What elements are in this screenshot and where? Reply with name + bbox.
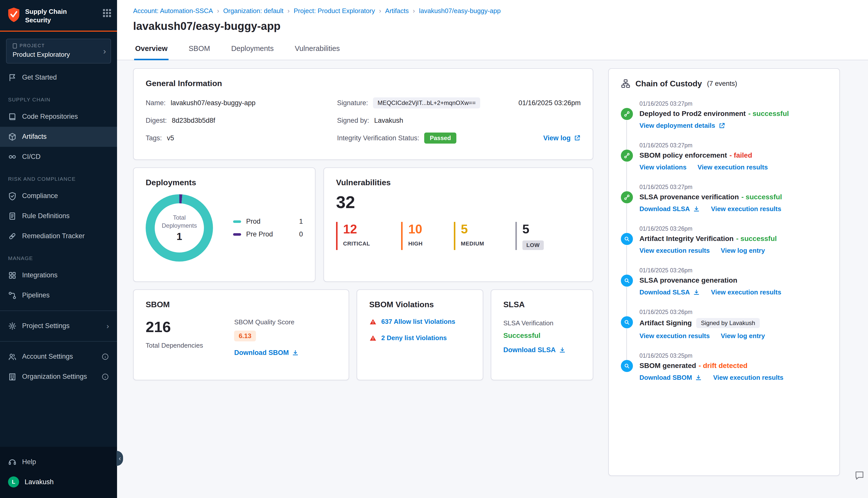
integrity-status-badge: Passed xyxy=(424,132,456,144)
sidebar-item-remediation-tracker[interactable]: Remediation Tracker xyxy=(0,226,117,246)
card-title: SBOM xyxy=(146,300,337,309)
slsa-verification-event-icon xyxy=(621,191,633,203)
sbom-card: SBOM 216 Total Dependencies SBOM Quality… xyxy=(133,289,349,380)
legend-item-pre-prod: Pre Prod 0 xyxy=(233,231,303,238)
sidebar-item-compliance[interactable]: Compliance xyxy=(0,186,117,206)
total-deployments-value: 1 xyxy=(177,231,182,242)
allow-list-violations-link[interactable]: 637 Allow list Violations xyxy=(381,318,455,326)
download-icon xyxy=(695,374,702,381)
tab-sbom[interactable]: SBOM xyxy=(187,40,211,60)
breadcrumb-account-link[interactable]: Account: Automation-SSCA xyxy=(133,7,213,15)
view-violations-link[interactable]: View violations xyxy=(639,163,686,171)
info-icon xyxy=(102,373,109,381)
event-status: - successful xyxy=(741,193,782,201)
app-title: Supply Chain Security xyxy=(25,7,99,25)
sidebar-item-integrations[interactable]: Integrations xyxy=(0,265,117,285)
sidebar-item-artifacts[interactable]: Artifacts xyxy=(0,127,117,147)
view-execution-results-link[interactable]: View execution results xyxy=(711,288,781,296)
download-slsa-link[interactable]: Download SLSA xyxy=(503,346,566,354)
sidebar-item-rule-definitions[interactable]: Rule Definitions xyxy=(0,206,117,226)
pipeline-icon xyxy=(8,291,16,300)
view-execution-results-link[interactable]: View execution results xyxy=(713,374,783,381)
document-icon xyxy=(8,212,16,220)
slsa-card: SLSA SLSA Verification Successful Downlo… xyxy=(491,289,593,380)
view-log-link[interactable]: View log xyxy=(543,134,581,142)
severity-breakdown: 12 CRITICAL 10 HIGH 5 MEDIUM 5 xyxy=(336,222,581,250)
integrity-verification-event-icon xyxy=(621,233,633,245)
signature-badge: MEQCICde2VjIT...bL+2+mqnOXw== xyxy=(373,97,480,108)
sidebar-section-risk-compliance: RISK AND COMPLIANCE xyxy=(0,167,117,186)
sidebar-item-help[interactable]: Help xyxy=(0,452,117,472)
flag-icon xyxy=(8,73,16,82)
breadcrumb-current-artifact[interactable]: lavakush07/easy-buggy-app xyxy=(419,7,501,15)
event-timestamp: 01/16/2025 03:26pm xyxy=(639,267,827,274)
sidebar: Supply Chain Security PROJECT Product Ex… xyxy=(0,0,117,498)
tab-deployments[interactable]: Deployments xyxy=(230,40,274,60)
view-log-entry-link[interactable]: View log entry xyxy=(721,247,765,254)
download-sbom-link[interactable]: Download SBOM xyxy=(234,349,299,357)
chevron-right-icon: › xyxy=(379,7,381,15)
custody-event: 01/16/2025 03:25pm SBOM generated - drif… xyxy=(621,352,827,394)
deployments-legend: Prod 1 Pre Prod 0 xyxy=(233,213,303,243)
view-execution-results-link[interactable]: View execution results xyxy=(639,247,710,254)
download-slsa-link[interactable]: Download SLSA xyxy=(639,288,700,296)
view-deployment-details-link[interactable]: View deployment details xyxy=(639,122,725,130)
user-avatar: L xyxy=(8,476,19,487)
repo-icon xyxy=(8,113,16,121)
deployment-event-icon xyxy=(621,108,633,120)
prod-swatch xyxy=(233,220,241,223)
card-title: General Information xyxy=(146,79,581,88)
sidebar-item-organization-settings[interactable]: Organization Settings xyxy=(0,367,117,387)
events-count: (7 events) xyxy=(707,80,737,88)
overview-left-column: General Information Name: lavakush07/eas… xyxy=(133,68,593,490)
help-chat-icon[interactable] xyxy=(854,470,865,483)
signature-date: 01/16/2025 03:26pm xyxy=(518,99,581,107)
user-name: Lavakush xyxy=(25,478,54,486)
breadcrumb-organization-link[interactable]: Organization: default xyxy=(223,7,284,15)
app-switcher-icon[interactable] xyxy=(103,9,111,17)
sidebar-item-code-repositories[interactable]: Code Repositories xyxy=(0,107,117,127)
download-sbom-link[interactable]: Download SBOM xyxy=(639,374,702,381)
slsa-generation-event-icon xyxy=(621,275,633,287)
sidebar-item-cicd[interactable]: CI/CD xyxy=(0,147,117,167)
sidebar-user[interactable]: L Lavakush xyxy=(0,472,117,492)
download-icon xyxy=(292,350,299,356)
sidebar-item-pipelines[interactable]: Pipelines xyxy=(0,285,117,305)
event-status: - failed xyxy=(730,152,752,159)
sidebar-header: Supply Chain Security xyxy=(0,0,117,31)
allow-list-violations-row: 637 Allow list Violations xyxy=(369,318,471,326)
event-timestamp: 01/16/2025 03:25pm xyxy=(639,352,827,359)
view-execution-results-link[interactable]: View execution results xyxy=(711,205,781,213)
download-slsa-link[interactable]: Download SLSA xyxy=(639,205,700,213)
project-name: Product Exploratory xyxy=(13,51,98,58)
view-log-entry-link[interactable]: View log entry xyxy=(721,332,765,340)
breadcrumb: Account: Automation-SSCA › Organization:… xyxy=(117,6,868,15)
project-selector[interactable]: PROJECT Product Exploratory › xyxy=(6,39,111,64)
tab-overview[interactable]: Overview xyxy=(134,40,169,60)
breadcrumb-project-link[interactable]: Project: Product Exploratory xyxy=(294,7,375,15)
chain-of-custody-icon xyxy=(621,79,631,88)
tab-vulnerabilities[interactable]: Vulnerabilities xyxy=(294,40,341,60)
signature-row: Signature: MEQCICde2VjIT...bL+2+mqnOXw==… xyxy=(337,97,581,109)
sidebar-item-account-settings[interactable]: Account Settings xyxy=(0,346,117,367)
name-row: Name: lavakush07/easy-buggy-app xyxy=(146,97,337,109)
card-title: Deployments xyxy=(146,178,303,187)
sidebar-item-project-settings[interactable]: Project Settings › xyxy=(0,316,117,336)
chevron-right-icon: › xyxy=(288,7,290,15)
deny-list-violations-link[interactable]: 2 Deny list Violations xyxy=(381,334,447,342)
card-title: Chain of Custody xyxy=(635,79,702,88)
sbom-total-dependencies: 216 xyxy=(146,318,203,336)
view-execution-results-link[interactable]: View execution results xyxy=(698,163,768,171)
view-execution-results-link[interactable]: View execution results xyxy=(639,332,710,340)
sidebar-item-get-started[interactable]: Get Started xyxy=(0,67,117,88)
tags-row: Tags: v5 xyxy=(146,132,337,144)
breadcrumb-artifacts-link[interactable]: Artifacts xyxy=(385,7,409,15)
overview-right-column: Chain of Custody (7 events) 01/16/2025 0… xyxy=(608,68,840,490)
custody-event: 01/16/2025 03:26pm SLSA provenance gener… xyxy=(621,267,827,309)
severity-critical: 12 CRITICAL xyxy=(336,222,370,250)
page-title: lavakush07/easy-buggy-app xyxy=(117,15,868,32)
deny-list-violations-row: 2 Deny list Violations xyxy=(369,334,471,342)
cube-icon xyxy=(8,132,16,141)
artifact-signing-event-icon xyxy=(621,316,633,328)
warning-icon xyxy=(369,318,377,326)
